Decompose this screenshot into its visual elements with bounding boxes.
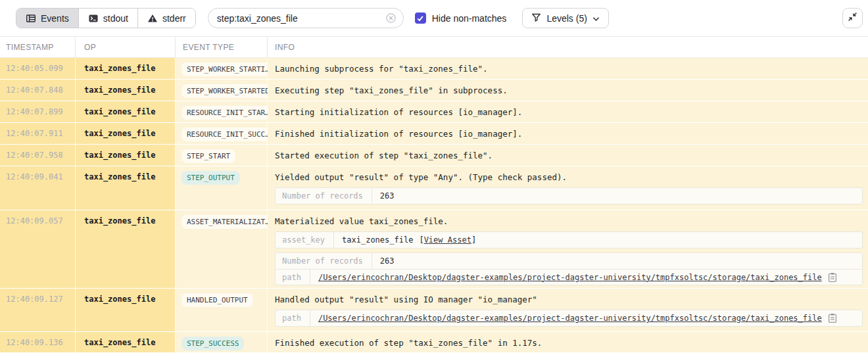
metadata-value: taxi_zones_file [View Asset]	[334, 235, 484, 245]
tab-events-label: Events	[41, 13, 69, 24]
info-text: Handled output "result" using IO manager…	[275, 295, 863, 304]
log-view-tabs: Events stdout	[16, 8, 196, 28]
table-row[interactable]: 12:40:09.041 taxi_zones_file STEP_OUTPUT…	[0, 166, 868, 210]
metadata-value: 263	[372, 256, 402, 266]
table-icon	[26, 13, 36, 24]
chevron-down-icon	[592, 13, 600, 24]
search-input[interactable]	[217, 13, 385, 24]
metadata-key: path	[276, 270, 310, 285]
event-type-badge: RESOURCE_INIT_STAR…	[181, 106, 275, 120]
info-cell: Yielded output "result" of type "Any". (…	[268, 166, 868, 210]
event-type-cell: STEP_START	[176, 145, 268, 166]
levels-filter-button[interactable]: Levels (5)	[522, 8, 608, 28]
info-cell: Starting initialization of resources [io…	[268, 101, 868, 122]
info-cell: Launching subprocess for "taxi_zones_fil…	[268, 58, 868, 79]
column-header-event-type: EVENT TYPE	[176, 37, 268, 57]
info-text: Starting initialization of resources [io…	[275, 107, 863, 117]
copy-path-icon[interactable]	[828, 272, 837, 283]
info-text: Finished execution of step "taxi_zones_f…	[275, 338, 863, 348]
event-type-cell: STEP_SUCCESS	[176, 332, 268, 352]
run-logs-panel: Events stdout	[0, 0, 868, 357]
tab-stderr[interactable]: stderr	[137, 9, 195, 28]
table-row[interactable]: 12:40:07.848 taxi_zones_file STEP_WORKER…	[0, 80, 868, 101]
metadata-row-records: Number of records 263	[276, 253, 862, 269]
metadata-row-records: Number of records 263	[276, 188, 862, 204]
levels-label: Levels (5)	[546, 13, 587, 24]
event-type-badge: STEP_START	[181, 149, 235, 163]
log-toolbar: Events stdout	[0, 0, 868, 37]
clear-search-icon[interactable]	[385, 12, 397, 24]
asset-key-value: taxi_zones_file	[342, 235, 413, 245]
metadata-table: Number of records 263	[275, 187, 863, 204]
event-type-cell: RESOURCE_INIT_SUCC…	[176, 123, 268, 144]
event-type-badge: STEP_OUTPUT	[181, 171, 240, 185]
metadata-key: Number of records	[276, 188, 372, 204]
info-text: Started execution of step "taxi_zones_fi…	[275, 151, 863, 160]
metadata-row-asset-key: asset_key taxi_zones_file [View Asset]	[276, 232, 862, 248]
metadata-value: /Users/erincochran/Desktop/dagster-examp…	[310, 272, 845, 283]
info-cell: Finished execution of step "taxi_zones_f…	[268, 332, 868, 352]
metadata-row-path: path /Users/erincochran/Desktop/dagster-…	[276, 269, 862, 285]
metadata-key: Number of records	[276, 253, 372, 269]
log-table-header: TIMESTAMP OP EVENT TYPE INFO	[0, 37, 868, 58]
copy-path-icon[interactable]	[828, 313, 837, 323]
hide-non-matches-checkbox[interactable]	[415, 12, 426, 24]
metadata-value: /Users/erincochran/Desktop/dagster-examp…	[310, 313, 845, 323]
info-text: Materialized value taxi_zones_file.	[275, 216, 863, 226]
column-header-info: INFO	[268, 37, 868, 57]
timestamp-cell: 12:40:07.958	[0, 145, 76, 166]
info-cell: Materialized value taxi_zones_file. asse…	[268, 210, 868, 288]
table-row[interactable]: 12:40:07.958 taxi_zones_file STEP_START …	[0, 145, 868, 166]
op-cell: taxi_zones_file	[76, 332, 176, 352]
info-cell: Started execution of step "taxi_zones_fi…	[268, 145, 868, 166]
table-row[interactable]: 12:40:07.911 taxi_zones_file RESOURCE_IN…	[0, 123, 868, 145]
timestamp-cell: 12:40:09.136	[0, 332, 76, 352]
event-type-cell: RESOURCE_INIT_STAR…	[176, 101, 268, 122]
event-type-cell: HANDLED_OUTPUT	[176, 289, 268, 331]
event-type-badge: STEP_SUCCESS	[181, 337, 244, 350]
op-cell: taxi_zones_file	[76, 166, 176, 210]
terminal-icon	[88, 13, 99, 24]
column-header-op: OP	[76, 37, 176, 57]
op-cell: taxi_zones_file	[76, 145, 176, 166]
filter-funnel-icon	[531, 12, 541, 24]
collapse-panel-button[interactable]	[842, 8, 863, 28]
info-text: Launching subprocess for "taxi_zones_fil…	[275, 64, 863, 74]
info-text: Executing step "taxi_zones_file" in subp…	[275, 85, 863, 95]
timestamp-cell: 12:40:07.911	[0, 123, 76, 144]
tab-stdout[interactable]: stdout	[78, 9, 137, 28]
event-type-cell: ASSET_MATERIALIZAT…	[176, 210, 268, 288]
bracket: ]	[471, 235, 476, 245]
info-cell: Executing step "taxi_zones_file" in subp…	[268, 80, 868, 101]
timestamp-cell: 12:40:07.848	[0, 80, 76, 101]
metadata-table-asset-key: asset_key taxi_zones_file [View Asset]	[275, 231, 863, 249]
table-row[interactable]: 12:40:07.899 taxi_zones_file RESOURCE_IN…	[0, 101, 868, 123]
metadata-key: asset_key	[276, 232, 334, 248]
table-row[interactable]: 12:40:09.136 taxi_zones_file STEP_SUCCES…	[0, 332, 868, 353]
view-asset-link-wrap: [View Asset]	[419, 235, 476, 245]
table-row[interactable]: 12:40:09.127 taxi_zones_file HANDLED_OUT…	[0, 289, 868, 332]
column-header-timestamp: TIMESTAMP	[0, 37, 76, 57]
metadata-row-path: path /Users/erincochran/Desktop/dagster-…	[276, 310, 862, 326]
metadata-value: 263	[372, 191, 402, 201]
warning-icon	[147, 13, 158, 24]
path-link[interactable]: /Users/erincochran/Desktop/dagster-examp…	[318, 273, 822, 282]
path-link[interactable]: /Users/erincochran/Desktop/dagster-examp…	[318, 314, 822, 323]
info-cell: Finished initialization of resources [io…	[268, 123, 868, 144]
collapse-icon	[847, 11, 858, 25]
event-type-badge: STEP_WORKER_STARTI…	[181, 62, 275, 76]
timestamp-cell: 12:40:09.127	[0, 289, 76, 331]
table-row[interactable]: 12:40:09.057 taxi_zones_file ASSET_MATER…	[0, 210, 868, 289]
metadata-table: Number of records 263 path /Users/erinco…	[275, 252, 863, 285]
log-filter-searchbox	[208, 8, 404, 28]
event-type-badge: STEP_WORKER_STARTED	[181, 84, 275, 98]
info-cell: Handled output "result" using IO manager…	[268, 289, 868, 331]
view-asset-link[interactable]: View Asset	[424, 235, 471, 245]
tab-events[interactable]: Events	[16, 9, 78, 28]
hide-non-matches-label: Hide non-matches	[432, 13, 507, 24]
op-cell: taxi_zones_file	[76, 80, 176, 101]
op-cell: taxi_zones_file	[76, 210, 176, 288]
event-type-cell: STEP_WORKER_STARTI…	[176, 58, 268, 79]
op-cell: taxi_zones_file	[76, 123, 176, 144]
table-row[interactable]: 12:40:05.099 taxi_zones_file STEP_WORKER…	[0, 58, 868, 80]
